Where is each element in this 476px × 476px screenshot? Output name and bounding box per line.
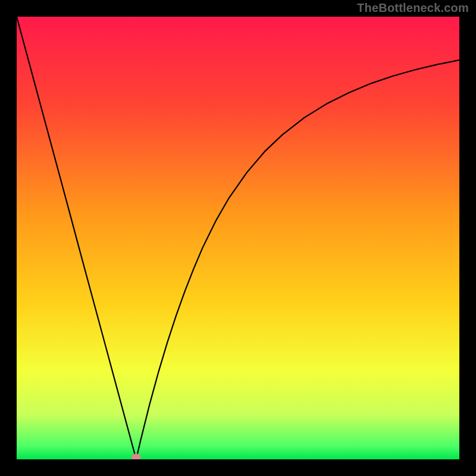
plot-area <box>17 17 459 459</box>
gradient-background <box>17 17 459 459</box>
chart-frame: TheBottleneck.com <box>0 0 476 476</box>
watermark-text: TheBottleneck.com <box>357 1 469 15</box>
bottleneck-chart <box>17 17 459 459</box>
